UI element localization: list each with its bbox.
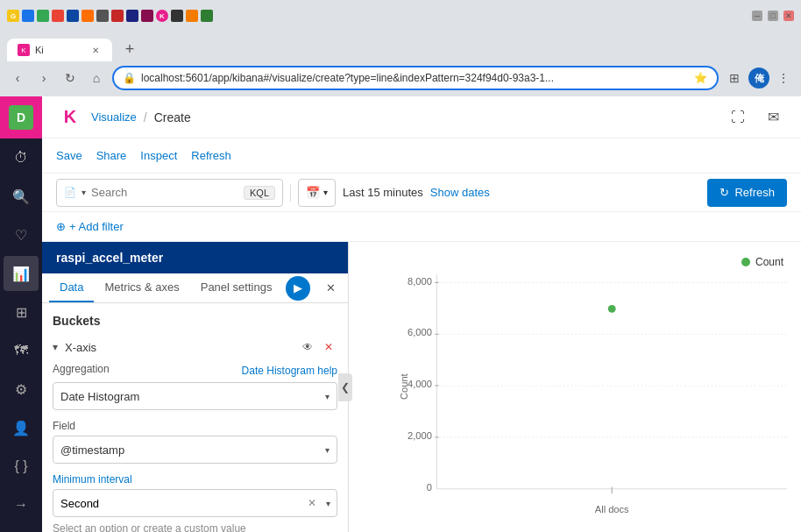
refresh-action-link[interactable]: Refresh (191, 149, 231, 162)
legend-dot (741, 258, 750, 266)
min-interval-input[interactable] (53, 489, 337, 517)
tab-metrics-axes-label: Metrics & axes (104, 280, 179, 294)
new-tab-button[interactable]: + (117, 37, 142, 61)
secure-icon: 🔒 (123, 72, 136, 84)
nav-item-dashboard[interactable]: ⊞ (4, 294, 39, 330)
tab-favicon-7 (96, 10, 109, 22)
search-box[interactable]: 📄 ▾ KQL (56, 179, 283, 207)
nav-item-map[interactable]: 🗺 (4, 333, 39, 368)
aggregation-chevron-down-icon: ▾ (325, 392, 330, 401)
mail-icon[interactable]: ✉ (759, 103, 787, 131)
tab-close-active[interactable]: ✕ (89, 44, 102, 56)
back-button[interactable]: ‹ (7, 67, 28, 89)
legend-label: Count (755, 256, 783, 268)
min-interval-chevron-down-icon[interactable]: ▾ (326, 499, 330, 508)
svg-text:0: 0 (427, 482, 432, 493)
home-button[interactable]: ⌂ (86, 67, 107, 89)
minimize-button[interactable]: ─ (752, 11, 762, 21)
tab-panel-settings[interactable]: Panel settings (190, 273, 283, 302)
kibana-logo: K (56, 103, 84, 131)
aggregation-section: Aggregation Date Histogram help Date His… (53, 363, 337, 410)
buckets-title: Buckets (53, 314, 337, 328)
tab-favicon-11: K (156, 10, 168, 22)
panel-content: Buckets ▾ X-axis 👁 ✕ (42, 303, 348, 532)
tab-favicon-active: K (18, 44, 30, 56)
address-bar-row: ‹ › ↻ ⌂ 🔒 localhost:5601/app/kibana#/vis… (0, 61, 801, 96)
header-right-icons: ⛶ ✉ (724, 103, 787, 131)
refresh-button-label: Refresh (734, 186, 775, 199)
tab-favicon-14 (201, 10, 213, 22)
chart-svg: 8,000 6,000 4,000 2,000 0 (398, 273, 787, 529)
tab-data[interactable]: Data (49, 273, 94, 302)
nav-item-chart[interactable]: 📊 (4, 256, 39, 291)
bucket-header: ▾ X-axis 👁 ✕ (53, 338, 337, 356)
tab-favicon-9 (126, 10, 138, 22)
nav-logo-d: D (9, 105, 33, 130)
bucket-label: X-axis (65, 341, 292, 354)
eye-icon[interactable]: 👁 (299, 338, 316, 356)
more-menu-icon[interactable]: ⋮ (773, 67, 794, 89)
bookmark-icon[interactable]: ⭐ (692, 70, 708, 86)
nav-item-code[interactable]: { } (4, 449, 39, 484)
field-label: Field (53, 420, 75, 432)
field-chevron-down-icon: ▾ (325, 445, 330, 455)
chevron-down-time-icon: ▾ (323, 188, 328, 197)
chevron-down-search-icon[interactable]: ▾ (82, 188, 86, 197)
address-bar[interactable]: 🔒 localhost:5601/app/kibana#/visualize/c… (112, 66, 719, 90)
reload-button[interactable]: ↻ (60, 67, 81, 89)
field-select[interactable]: @timestamp ▾ (53, 436, 337, 464)
tab-metrics-axes[interactable]: Metrics & axes (94, 273, 189, 302)
nav-item-person[interactable]: 👤 (4, 410, 39, 445)
save-link[interactable]: Save (56, 149, 82, 162)
chevron-down-bucket-icon[interactable]: ▾ (53, 341, 58, 353)
breadcrumb: Visualize / Create (91, 110, 191, 124)
nav-item-settings[interactable]: ⚙ (4, 372, 39, 407)
visualize-area: raspi_accel_meter Data Metrics & axes Pa… (42, 242, 801, 532)
show-dates-button[interactable]: Show dates (430, 186, 490, 199)
clear-min-interval-icon[interactable]: ✕ (308, 497, 316, 509)
remove-bucket-icon[interactable]: ✕ (320, 338, 337, 356)
nav-item-search[interactable]: 🔍 (4, 179, 39, 214)
close-button[interactable]: ✕ (783, 11, 794, 21)
active-tab[interactable]: K Ki ✕ (7, 39, 112, 61)
run-button[interactable]: ▶ (286, 276, 310, 301)
kql-badge[interactable]: KQL (244, 186, 275, 200)
breadcrumb-separator: / (144, 110, 147, 124)
search-input[interactable] (91, 186, 238, 199)
inspect-link[interactable]: Inspect (140, 149, 177, 162)
panel-close-button[interactable]: ✕ (320, 278, 341, 299)
nav-item-arrow[interactable]: → (4, 487, 39, 522)
panel-header: raspi_accel_meter (42, 242, 348, 273)
tab-favicon-4 (52, 10, 64, 22)
chart-area: Count 8,000 6,000 (349, 242, 801, 532)
aggregation-label: Aggregation (53, 363, 110, 375)
fullscreen-icon[interactable]: ⛶ (724, 103, 752, 131)
panel-tabs: Data Metrics & axes Panel settings ▶ ✕ (42, 273, 348, 303)
collapse-panel-handle[interactable]: ❮ (338, 373, 352, 401)
maximize-button[interactable]: □ (768, 11, 778, 21)
share-link[interactable]: Share (96, 149, 127, 162)
aggregation-select[interactable]: Date Histogram ▾ (53, 382, 337, 410)
tab-favicon-8 (111, 10, 124, 22)
extensions-icon[interactable]: ⊞ (724, 67, 745, 89)
nav-item-heart[interactable]: ♡ (4, 217, 39, 252)
tab-title-active: Ki (35, 45, 84, 55)
tab-favicon-3 (37, 10, 49, 22)
app-container: D ⏱ 🔍 ♡ 📊 ⊞ 🗺 ⚙ 👤 { } → K Visualize / Cr… (0, 96, 801, 532)
actions-bar: Save Share Inspect Refresh (42, 138, 801, 174)
nav-item-clock[interactable]: ⏱ (4, 140, 39, 175)
tab-favicon-10 (141, 10, 153, 22)
time-range-label: Last 15 minutes (343, 186, 423, 199)
add-filter-bar: ⊕ + Add filter (42, 212, 801, 242)
add-filter-button[interactable]: ⊕ + Add filter (56, 220, 124, 233)
refresh-button[interactable]: ↻ Refresh (707, 179, 787, 207)
user-avatar[interactable]: 俺 (748, 67, 769, 89)
breadcrumb-visualize[interactable]: Visualize (91, 110, 137, 124)
title-bar: G K ─ □ ✕ (0, 0, 801, 32)
forward-button[interactable]: › (33, 67, 54, 89)
date-histogram-help-link[interactable]: Date Histogram help (242, 365, 337, 377)
add-filter-label: + Add filter (69, 220, 124, 233)
filter-divider (290, 184, 291, 202)
time-picker[interactable]: 📅 ▾ (298, 179, 336, 207)
field-value: @timestamp (60, 443, 124, 457)
